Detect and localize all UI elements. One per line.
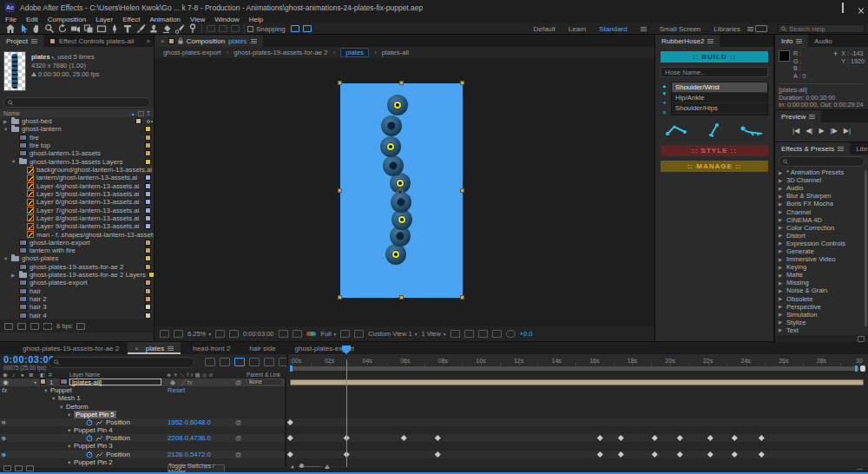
label-column-icon[interactable]: ◧ [40,372,45,379]
effects-category[interactable]: ▶Color Correction [775,224,868,232]
stopwatch-icon[interactable] [86,434,93,442]
group-label[interactable]: Puppet Pin 4 [74,426,113,434]
expander-icon[interactable]: ▶ [779,248,784,253]
effects-category[interactable]: ▶Channel [775,207,868,215]
stopwatch-icon[interactable] [86,418,93,426]
group-row-mesh-1[interactable]: ▼Mesh 1 [0,394,868,402]
tree-item[interactable]: ▼ghost-plates [0,254,154,262]
label-color-swatch[interactable] [145,304,151,310]
tab-composition[interactable]: × Composition plates [155,35,263,47]
composition-canvas[interactable] [340,83,463,298]
panel-minimize-icon[interactable]: — [857,465,863,471]
prev-frame-button[interactable]: ◀| [806,127,812,135]
tab-effects[interactable]: Effects & Presets [775,142,850,155]
keyframe[interactable] [287,435,293,440]
breadcrumb-plates[interactable]: plates [340,48,369,57]
tree-item[interactable]: ▶ghost-bed [0,117,154,125]
work-area-start-handle[interactable] [290,365,293,372]
quality-icon[interactable]: ◆ [170,379,175,386]
puppet-pin-marker[interactable] [398,216,405,223]
stopwatch-icon[interactable] [86,451,93,458]
pickwhip-icon[interactable]: @ [235,434,241,442]
workspace-overflow-icon[interactable] [747,27,753,31]
label-color-swatch[interactable] [145,159,151,165]
number-column-label[interactable]: # [49,372,52,379]
tool-pan-behind[interactable] [82,23,95,34]
tool-puppet-pin[interactable] [186,23,199,34]
tab-audio[interactable]: Audio [808,35,838,47]
breadcrumb-ghost-plates-19-assets-for-ae-2[interactable]: ghost-plates-19-assets-for-ae 2 [233,49,327,56]
effects-switch-icon[interactable]: ／fx [181,379,193,386]
group-label[interactable]: Puppet Pin 2 [74,458,113,466]
tab-overflow-icon[interactable]: » [143,35,154,47]
track-area[interactable] [286,379,868,386]
tree-item[interactable]: Layer 9/ghost-lantern-13-assets.ai [0,222,154,230]
menu-edit[interactable]: Edit [26,16,38,23]
label-color-swatch[interactable] [135,118,141,124]
label-color-swatch[interactable] [145,264,151,270]
effects-category[interactable]: ▶Immersive Video [775,255,868,263]
label-color-swatch[interactable] [145,142,151,148]
plate-1[interactable] [387,95,408,115]
timeline-tab-head-front-2[interactable]: head-front 2 [182,342,237,354]
tree-item[interactable]: man - f..shapes/ghost-lantern-13-assets.… [0,230,154,238]
tree-item[interactable]: fire [0,134,154,142]
layer-name-column-label[interactable]: Layer Name [69,372,100,379]
keyframe[interactable] [759,451,764,457]
trash-icon[interactable] [76,323,85,330]
expander-icon[interactable]: ▶ [779,312,784,317]
selection-handle[interactable] [338,81,342,85]
maximize-button[interactable] [842,3,844,12]
tree-item[interactable]: lantern with fire [0,247,154,254]
selection-handle[interactable] [460,295,464,300]
close-tab-icon[interactable]: × [135,345,139,352]
panel-menu-icon[interactable] [809,115,815,119]
anchor-point-icon[interactable] [396,188,404,196]
effects-category[interactable]: ▶Distort [775,232,868,240]
next-frame-button[interactable]: |▶ [831,127,838,135]
timeline-tab-ghost-plates-19-assets-for-ae-2[interactable]: ghost-plates-19-assets-for-ae 2 [12,342,126,354]
keyframe[interactable] [287,419,293,425]
effects-category[interactable]: ▶Noise & Grain [775,286,868,294]
tree-item[interactable]: ▼ghost-lantern-13-assets Layers [0,158,154,166]
keyframe[interactable] [732,451,737,457]
keyframe[interactable] [435,451,440,457]
parent-link-column-label[interactable]: Parent & Link [247,372,280,379]
eye-icon[interactable]: ◉ [3,379,9,386]
video-column-icon[interactable]: ◉ [3,372,8,379]
label-color-swatch[interactable] [145,313,151,319]
footage-name[interactable]: plates [31,53,50,61]
hose-name-field[interactable]: Hose Name.. [661,67,768,77]
track-area[interactable] [286,426,868,434]
rig-character-icon[interactable] [734,120,768,141]
project-bpc-button[interactable]: 8 bpc [56,322,72,330]
pixel-aspect-icon[interactable] [450,330,460,338]
expander-icon[interactable]: ▶ [779,178,784,183]
tool-roto-brush[interactable] [173,23,186,34]
property-value[interactable]: 1952.0,6048.0 [168,418,211,426]
track-area[interactable] [286,442,868,450]
graph-icon[interactable] [95,435,103,442]
last-frame-button[interactable]: ▶| [844,127,851,135]
lock-icon[interactable] [178,37,183,44]
tree-item[interactable]: ghost-plates-19-assets-for-ae 2 [0,263,154,271]
expander-icon[interactable]: ▶ [779,327,784,332]
new-folder-icon[interactable] [17,323,26,330]
tool-brush[interactable] [134,23,147,34]
group-row-puppet-pin-2[interactable]: ▼Puppet Pin 2 [0,458,868,466]
new-animation-preset-icon[interactable] [858,336,865,342]
tree-item[interactable]: hair [0,287,154,295]
expand-modes-icon[interactable] [26,465,34,471]
play-button[interactable]: ▶ [819,127,824,135]
layer-color-swatch[interactable] [40,379,46,385]
tree-item[interactable]: background/ghost-lantern-13-assets.ai [0,166,154,174]
align-center-icon[interactable] [219,25,227,32]
menu-file[interactable]: File [5,16,16,23]
effects-category[interactable]: ▶Boris FX Mocha [775,200,868,207]
solo-column-icon[interactable]: ● [21,372,24,379]
property-value[interactable]: 2208.0,4736.0 [168,434,211,442]
keyframe[interactable] [707,451,713,457]
track-area[interactable] [286,411,868,418]
effects-category[interactable]: ▶Audio [775,184,868,192]
layer-row[interactable]: ◉▼1[plates-all]◆／fx@None▾ [0,379,868,386]
